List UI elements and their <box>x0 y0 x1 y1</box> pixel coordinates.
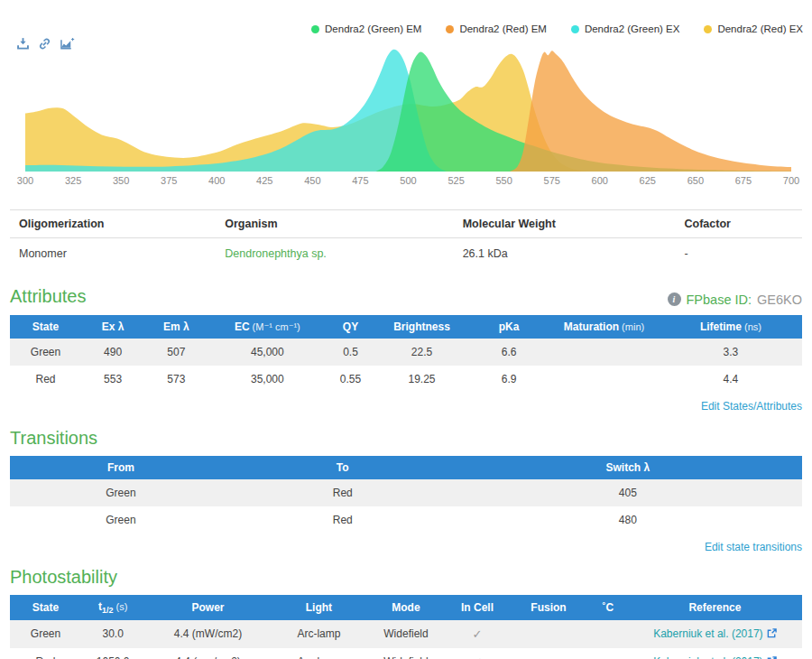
legend-label: Dendra2 (Green) EX <box>585 23 679 34</box>
x-axis-tick: 450 <box>304 175 320 186</box>
edit-states-link[interactable]: Edit States/Attributes <box>701 400 802 413</box>
table-cell: Green <box>10 339 81 366</box>
x-axis-tick: 325 <box>65 175 81 186</box>
link-icon[interactable] <box>38 37 51 51</box>
table-cell: 0.55 <box>327 366 374 393</box>
table-cell: Red <box>10 366 81 393</box>
column-header: ˚C <box>588 595 628 620</box>
spectra-svg[interactable]: 3003253503754004254504755005255505756006… <box>0 40 812 191</box>
table-cell: Arc-lamp <box>272 648 366 659</box>
table-row: GreenRed480 <box>10 506 802 534</box>
column-header: Fusion <box>509 595 588 620</box>
table-row: Green49050745,0000.522.56.63.3 <box>10 339 802 366</box>
column-header: Maturation (min) <box>549 315 660 339</box>
table-cell: 4.4 <box>660 366 802 393</box>
reference-link[interactable]: Kaberniuk et al. (2017) <box>653 655 762 659</box>
fpbase-id-badge: i FPbase ID: GE6KO <box>668 292 803 307</box>
info-icon[interactable]: i <box>668 292 681 306</box>
x-axis-tick: 400 <box>208 175 225 186</box>
table-cell: 26.1 kDa <box>454 238 676 270</box>
table-cell: 6.9 <box>469 366 549 393</box>
table-cell: 3.3 <box>660 339 802 366</box>
x-axis-tick: 700 <box>783 175 799 186</box>
legend-label: Dendra2 (Green) EM <box>325 23 421 34</box>
table-cell: - <box>675 238 802 270</box>
download-icon[interactable] <box>16 37 30 51</box>
header-row: Statet1/2 (s)PowerLightModeIn CellFusion… <box>10 595 802 620</box>
photostability-table: Statet1/2 (s)PowerLightModeIn CellFusion… <box>10 595 802 659</box>
column-header: Organism <box>216 210 453 238</box>
organism-link[interactable]: Dendronephthya sp. <box>225 247 327 260</box>
legend-item[interactable]: Dendra2 (Green) EM <box>311 23 421 34</box>
table-row: Red1050.04.4 (mw/cm2)Arc-lampWidefield✓K… <box>10 648 802 659</box>
column-header: Em λ <box>144 315 208 339</box>
table-cell: ✓ <box>446 620 509 648</box>
column-header: Power <box>144 595 271 620</box>
chart-add-icon[interactable] <box>60 37 73 51</box>
table-cell: Kaberniuk et al. (2017) <box>628 648 802 659</box>
column-header: Reference <box>628 595 802 620</box>
table-cell: Monomer <box>10 238 216 270</box>
x-axis-tick: 550 <box>495 175 512 186</box>
check-icon: ✓ <box>473 627 483 641</box>
reference-link[interactable]: Kaberniuk et al. (2017) <box>653 627 762 640</box>
table-cell <box>588 620 628 648</box>
spectra-chart[interactable]: Dendra2 (Green) EMDendra2 (Red) EMDendra… <box>0 0 812 195</box>
table-cell: Widefield <box>366 648 446 659</box>
transitions-title: Transitions <box>10 428 802 448</box>
x-axis-tick: 350 <box>113 175 129 186</box>
column-header: From <box>10 456 232 479</box>
legend-dot-icon <box>446 25 454 33</box>
table-cell <box>509 648 588 659</box>
legend-label: Dendra2 (Red) EM <box>459 23 547 34</box>
table-cell: Arc-lamp <box>272 620 366 648</box>
table-cell <box>549 366 660 393</box>
table-row: Red55357335,0000.5519.256.94.4 <box>10 366 802 393</box>
table-row: GreenRed405 <box>10 479 802 506</box>
table-cell <box>509 620 588 648</box>
check-icon: ✓ <box>473 655 483 659</box>
table-row: Green30.04.4 (mW/cm2)Arc-lampWidefield✓K… <box>10 620 802 648</box>
legend-item[interactable]: Dendra2 (Red) EM <box>446 23 547 34</box>
attributes-title: Attributes <box>10 286 86 306</box>
table-cell: Green <box>10 506 232 534</box>
column-header: pKa <box>469 315 549 339</box>
table-cell: Red <box>10 648 81 659</box>
column-header: Light <box>272 595 366 620</box>
table-cell: Green <box>10 620 81 648</box>
column-header: In Cell <box>446 595 509 620</box>
external-link-icon[interactable] <box>767 628 777 638</box>
table-row: MonomerDendronephthya sp.26.1 kDa- <box>10 238 802 270</box>
column-header: Switch λ <box>454 456 802 479</box>
edit-transitions-link[interactable]: Edit state transitions <box>705 541 802 553</box>
legend-dot-icon <box>571 25 579 33</box>
table-cell: Widefield <box>366 620 446 648</box>
legend-dot-icon <box>311 25 319 33</box>
fpbase-id-value: GE6KO <box>757 292 802 307</box>
table-cell: Red <box>232 479 454 506</box>
fpbase-id-label: FPbase ID: <box>687 292 752 307</box>
legend-item[interactable]: Dendra2 (Red) EX <box>704 23 803 34</box>
chart-legend: Dendra2 (Green) EMDendra2 (Red) EMDendra… <box>311 23 803 34</box>
header-row: FromToSwitch λ <box>10 456 802 479</box>
table-cell <box>588 648 628 659</box>
table-cell: Dendronephthya sp. <box>216 238 453 270</box>
column-header: Brightness <box>374 315 469 339</box>
column-header: t1/2 (s) <box>81 595 144 620</box>
legend-label: Dendra2 (Red) EX <box>717 23 803 34</box>
table-cell: 19.25 <box>374 366 469 393</box>
header-row: OligomerizationOrganismMolecular WeightC… <box>10 210 802 238</box>
column-header: Cofactor <box>675 210 802 238</box>
table-cell: Kaberniuk et al. (2017) <box>628 620 802 648</box>
transitions-table: FromToSwitch λGreenRed405GreenRed480 <box>10 456 802 534</box>
legend-item[interactable]: Dendra2 (Green) EX <box>571 23 679 34</box>
x-axis-tick: 600 <box>592 175 608 186</box>
x-axis-tick: 675 <box>735 175 752 186</box>
x-axis-tick: 625 <box>640 175 656 186</box>
table-cell: 6.6 <box>469 339 549 366</box>
spectrum-area-dendra2-red-em[interactable] <box>510 51 791 172</box>
column-header: Ex λ <box>81 315 144 339</box>
column-header: Mode <box>366 595 446 620</box>
table-cell: 45,000 <box>208 339 327 366</box>
column-header: State <box>10 595 81 620</box>
